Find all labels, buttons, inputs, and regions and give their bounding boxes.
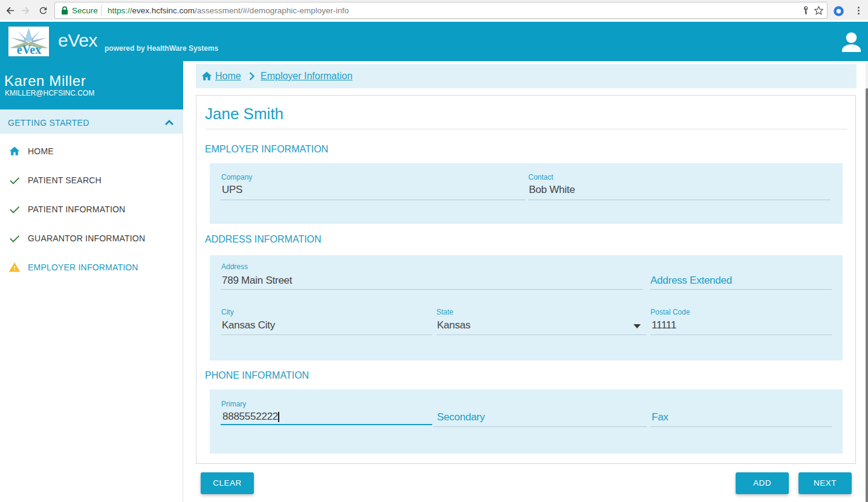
- svg-text:eVex: eVex: [17, 43, 41, 56]
